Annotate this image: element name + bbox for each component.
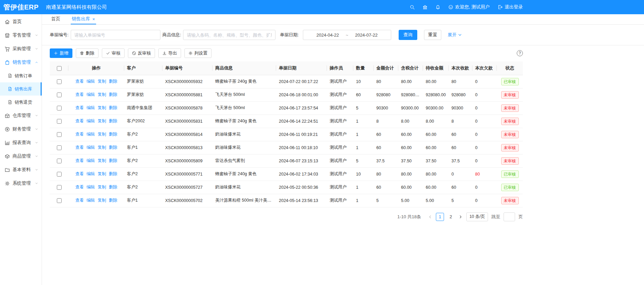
bill-no-input[interactable] — [71, 30, 160, 40]
page-size-select[interactable]: 10 条/页 — [466, 212, 488, 221]
delete-link[interactable]: 删除 — [109, 132, 117, 137]
delete-button[interactable]: 删除 — [76, 48, 98, 58]
page-button-1[interactable]: 1 — [436, 213, 444, 221]
delete-link[interactable]: 删除 — [109, 92, 117, 97]
date-range-picker[interactable]: 2024-04-22 ~ 2024-07-22 — [303, 30, 391, 40]
add-button[interactable]: 新增 — [50, 48, 72, 58]
unaudit-button[interactable]: 反审核 — [128, 48, 155, 58]
status-cell: 未审核 — [497, 101, 523, 115]
welcome-user[interactable]: 欢迎您, 测试用户 — [448, 4, 490, 10]
copy-link[interactable]: 复制 — [98, 185, 106, 189]
delete-link[interactable]: 删除 — [109, 198, 117, 203]
view-link[interactable]: 查看 — [75, 185, 84, 189]
row-checkbox[interactable] — [57, 159, 62, 163]
sidebar-item-finance[interactable]: 财务管理 — [0, 122, 42, 136]
view-link[interactable]: 查看 — [75, 79, 84, 84]
customer-cell: 客户2 — [124, 167, 162, 181]
date-start-value[interactable]: 2024-04-22 — [316, 33, 339, 38]
copy-link[interactable]: 复制 — [98, 171, 106, 176]
sidebar-item-sales-outbound[interactable]: 销售出库 — [0, 82, 42, 96]
help-icon[interactable]: ? — [517, 50, 523, 56]
delete-link[interactable]: 删除 — [109, 171, 117, 176]
sidebar-item-basic[interactable]: 基本资料 — [0, 163, 42, 177]
row-checkbox[interactable] — [57, 79, 62, 84]
jump-page-input[interactable] — [504, 212, 515, 221]
sidebar-item-sales[interactable]: 销售管理 — [0, 56, 42, 69]
copy-link[interactable]: 复制 — [98, 158, 106, 163]
row-checkbox[interactable] — [57, 132, 62, 137]
delete-link[interactable]: 删除 — [109, 105, 117, 110]
received-cell: 5 — [449, 194, 472, 207]
sidebar-item-home[interactable]: 首页 — [0, 15, 42, 28]
bell-icon[interactable] — [436, 5, 440, 9]
sidebar-item-system[interactable]: 系统管理 — [0, 177, 42, 190]
tab-sales-outbound[interactable]: 销售出库× — [71, 14, 96, 24]
next-page-icon[interactable] — [458, 215, 463, 219]
sidebar-item-product[interactable]: 商品管理 — [0, 149, 42, 163]
row-checkbox[interactable] — [57, 119, 62, 124]
audit-button[interactable]: 审核 — [102, 48, 125, 58]
reset-button[interactable]: 重置 — [424, 30, 441, 40]
logout-button[interactable]: 退出登录 — [498, 4, 523, 10]
copy-link[interactable]: 复制 — [98, 105, 106, 110]
home-nav-icon[interactable] — [423, 5, 427, 9]
sidebar-item-purchase[interactable]: 采购管理 — [0, 42, 42, 56]
edit-link[interactable]: 编辑 — [87, 158, 95, 163]
copy-link[interactable]: 复制 — [98, 79, 106, 84]
delete-link[interactable]: 删除 — [109, 158, 117, 163]
date-end-value[interactable]: 2024-07-22 — [355, 33, 378, 38]
view-link[interactable]: 查看 — [75, 119, 84, 123]
view-link[interactable]: 查看 — [75, 92, 84, 97]
delete-link[interactable]: 删除 — [109, 79, 117, 84]
edit-link[interactable]: 编辑 — [87, 198, 95, 203]
search-button[interactable]: 查询 — [399, 30, 417, 40]
tab-home[interactable]: 首页 — [50, 14, 61, 24]
edit-link[interactable]: 编辑 — [87, 145, 95, 150]
edit-link[interactable]: 编辑 — [87, 79, 95, 84]
row-checkbox[interactable] — [57, 172, 62, 177]
edit-link[interactable]: 编辑 — [87, 119, 95, 123]
copy-link[interactable]: 复制 — [98, 132, 106, 137]
tab-close-icon[interactable]: × — [92, 17, 95, 21]
row-checkbox[interactable] — [57, 106, 62, 110]
view-link[interactable]: 查看 — [75, 198, 84, 203]
row-checkbox[interactable] — [57, 145, 62, 150]
search-icon[interactable] — [410, 5, 415, 9]
page-button-2[interactable]: 2 — [447, 213, 455, 221]
row-checkbox[interactable] — [57, 185, 62, 190]
copy-link[interactable]: 复制 — [98, 92, 106, 97]
product-info-input[interactable] — [183, 30, 275, 40]
row-checkbox[interactable] — [57, 198, 62, 203]
view-link[interactable]: 查看 — [75, 105, 84, 110]
edit-link[interactable]: 编辑 — [87, 171, 95, 176]
view-link[interactable]: 查看 — [75, 145, 84, 150]
prev-page-icon[interactable] — [428, 215, 432, 219]
sidebar-item-sales-order[interactable]: 销售订单 — [0, 69, 42, 82]
sidebar-item-report[interactable]: 报表查询 — [0, 136, 42, 149]
select-all-checkbox[interactable] — [57, 66, 62, 71]
copy-link[interactable]: 复制 — [98, 198, 106, 203]
edit-link[interactable]: 编辑 — [87, 132, 95, 137]
view-link[interactable]: 查看 — [75, 158, 84, 163]
customer-cell: 客户2 — [124, 128, 162, 141]
table-header-row: 操作客户单据编号商品信息单据日期操作员数量金额合计含税合计待收金额本次收款本次欠… — [50, 61, 523, 75]
sidebar-item-retail[interactable]: 零售管理 — [0, 28, 42, 42]
receivable-cell: 60.00 — [423, 141, 449, 154]
edit-link[interactable]: 编辑 — [87, 185, 95, 189]
amount-total-cell: 37.5 — [374, 154, 398, 167]
edit-link[interactable]: 编辑 — [87, 92, 95, 97]
export-button[interactable]: 导出 — [158, 48, 181, 58]
copy-link[interactable]: 复制 — [98, 145, 106, 150]
row-checkbox[interactable] — [57, 93, 62, 97]
expand-toggle[interactable]: 展开 — [448, 32, 462, 38]
copy-link[interactable]: 复制 — [98, 119, 106, 123]
column-settings-button[interactable]: 列设置 — [184, 48, 212, 58]
sidebar-item-warehouse[interactable]: 仓库管理 — [0, 109, 42, 122]
edit-link[interactable]: 编辑 — [87, 105, 95, 110]
view-link[interactable]: 查看 — [75, 132, 84, 137]
sidebar-item-sales-return[interactable]: 销售退货 — [0, 96, 42, 109]
delete-link[interactable]: 删除 — [109, 119, 117, 123]
view-link[interactable]: 查看 — [75, 171, 84, 176]
delete-link[interactable]: 删除 — [109, 145, 117, 150]
delete-link[interactable]: 删除 — [109, 185, 117, 189]
